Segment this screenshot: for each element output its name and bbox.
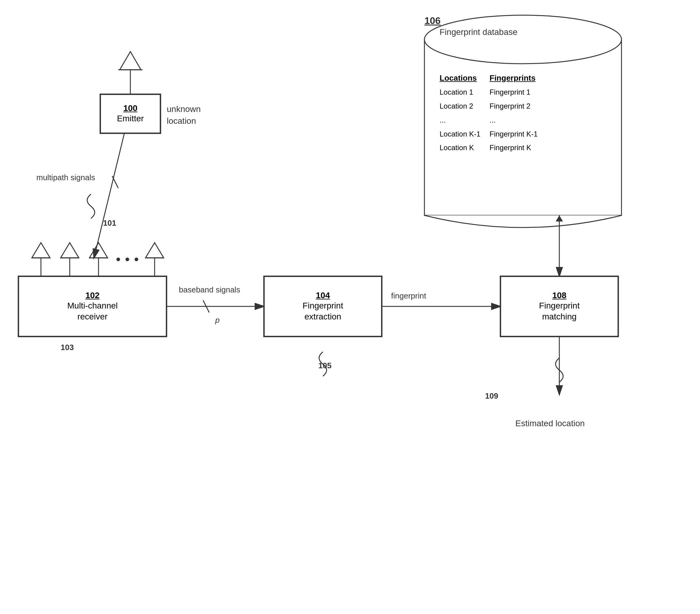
svg-point-15 — [116, 258, 120, 261]
signal-number: 101 — [103, 218, 116, 228]
emitter-label: 100 — [123, 103, 138, 113]
diagram: 100 Emitter unknown location multipath s… — [0, 0, 700, 614]
svg-point-30 — [424, 15, 622, 64]
estimated-number: 109 — [485, 391, 498, 401]
table-row: ... — [440, 114, 480, 126]
matching-text: Fingerprintmatching — [539, 300, 580, 322]
receiver-number: 103 — [61, 343, 74, 352]
receiver-label: 102 — [86, 291, 100, 300]
extraction-text: Fingerprintextraction — [302, 300, 343, 322]
emitter-box: 100 Emitter — [100, 94, 161, 134]
svg-marker-20 — [146, 243, 164, 258]
col-fingerprints-header: Fingerprints — [490, 71, 538, 85]
svg-marker-4 — [120, 52, 141, 70]
database-table: Locations Fingerprints Location 1Fingerp… — [430, 70, 547, 156]
col-locations-header: Locations — [440, 71, 480, 85]
table-row: Location 2 — [440, 100, 480, 112]
fingerprint-arrow-label: fingerprint — [391, 291, 426, 300]
table-row: Fingerprint K — [490, 142, 538, 154]
table-row: Fingerprint 1 — [490, 86, 538, 99]
receiver-text: Multi-channelreceiver — [67, 300, 118, 322]
matching-label: 108 — [552, 291, 566, 300]
multipath-label: multipath signals — [36, 173, 95, 182]
extraction-box: 104 Fingerprintextraction — [264, 276, 382, 337]
extraction-number: 105 — [318, 361, 332, 370]
receiver-box: 102 Multi-channelreceiver — [18, 276, 167, 337]
baseband-label: baseband signals — [179, 285, 240, 295]
p-label: p — [215, 316, 220, 325]
svg-marker-11 — [61, 243, 79, 258]
svg-point-16 — [125, 258, 129, 261]
table-row: ... — [490, 114, 538, 126]
svg-marker-8 — [32, 243, 50, 258]
table-row: Fingerprint 2 — [490, 100, 538, 112]
matching-box: 108 Fingerprintmatching — [500, 276, 618, 337]
svg-line-25 — [112, 176, 118, 188]
unknown-location-label: unknown location — [167, 103, 201, 127]
extraction-label: 104 — [316, 291, 330, 300]
svg-marker-14 — [89, 243, 108, 258]
table-row: Location K-1 — [440, 128, 480, 140]
database-number-label: 106 — [424, 15, 440, 26]
table-row: Fingerprint K-1 — [490, 128, 538, 140]
database-text-label: Fingerprint database — [440, 27, 517, 37]
estimated-label: Estimated location — [515, 419, 585, 428]
svg-line-24 — [94, 134, 124, 258]
svg-point-17 — [135, 258, 138, 261]
table-row: Location 1 — [440, 86, 480, 99]
emitter-text: Emitter — [117, 113, 144, 124]
table-row: Location K — [440, 142, 480, 154]
